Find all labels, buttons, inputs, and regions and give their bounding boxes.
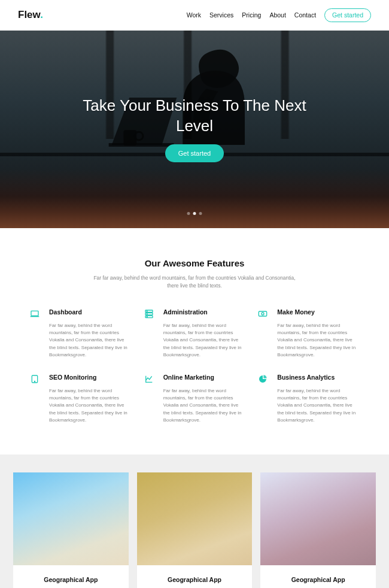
feature-administration: Administration Far far away, behind the … — [144, 308, 245, 359]
project-title: Geographical App — [144, 576, 245, 583]
project-title: Geographical App — [20, 576, 121, 583]
projects-section: Geographical App Web Application Geograp… — [0, 454, 389, 588]
feature-dashboard: Dashboard Far far away, behind the word … — [30, 308, 131, 359]
feature-desc: Far far away, behind the word mountains,… — [49, 322, 131, 359]
feature-desc: Far far away, behind the word mountains,… — [49, 387, 131, 425]
nav-link-services[interactable]: Services — [209, 11, 233, 19]
feature-desc: Far far away, behind the word mountains,… — [277, 322, 359, 359]
feature-desc: Far far away, behind the word mountains,… — [163, 322, 245, 359]
features-title: Our Awesome Features — [30, 258, 359, 268]
project-thumbnail — [137, 472, 253, 565]
feature-title: Business Analytics — [277, 374, 359, 381]
laptop-icon — [30, 309, 39, 319]
tablet-icon — [30, 374, 39, 384]
project-card-3[interactable]: Geographical App Branded — [260, 472, 376, 588]
brand-dot: . — [40, 9, 43, 20]
feature-desc: Far far away, behind the word mountains,… — [277, 387, 359, 425]
feature-title: Make Money — [277, 308, 359, 316]
carousel-dots — [187, 212, 202, 215]
project-card-1[interactable]: Geographical App Web Application — [13, 472, 129, 588]
brand-logo[interactable]: Flew. — [18, 9, 43, 21]
svg-point-14 — [34, 381, 35, 381]
feature-title: SEO Monitoring — [49, 374, 131, 381]
project-body: Geographical App User Interface — [137, 565, 253, 588]
project-card-2[interactable]: Geographical App User Interface — [137, 472, 253, 588]
nav-link-contact[interactable]: Contact — [294, 11, 316, 19]
hero: Take Your Business To The Next Level Get… — [0, 31, 389, 228]
nav-links: Work Services Pricing About Contact Get … — [187, 8, 371, 22]
nav-link-work[interactable]: Work — [187, 11, 201, 19]
carousel-dot-3[interactable] — [199, 212, 202, 215]
hero-title: Take Your Business To The Next Level — [75, 96, 314, 137]
money-icon — [258, 309, 268, 319]
feature-desc: Far far away, behind the word mountains,… — [163, 387, 245, 425]
feature-make-money: Make Money Far far away, behind the word… — [258, 308, 359, 359]
carousel-dot-1[interactable] — [187, 212, 190, 215]
pie-chart-icon — [258, 374, 268, 384]
feature-title: Administration — [163, 308, 245, 316]
svg-point-9 — [147, 313, 147, 314]
server-icon — [144, 309, 154, 319]
feature-seo: SEO Monitoring Far far away, behind the … — [30, 374, 131, 425]
chart-line-icon — [144, 374, 154, 384]
project-body: Geographical App Branded — [260, 565, 376, 588]
carousel-dot-2[interactable] — [193, 212, 196, 215]
nav-cta-button[interactable]: Get started — [324, 8, 371, 22]
svg-rect-4 — [31, 311, 38, 316]
project-body: Geographical App Web Application — [13, 565, 129, 588]
features-grid: Dashboard Far far away, behind the word … — [30, 308, 359, 425]
svg-point-8 — [147, 311, 147, 311]
features-sub: Far far away, behind the word mountains,… — [93, 274, 296, 290]
brand-name: Flew — [18, 9, 40, 20]
top-nav: Flew. Work Services Pricing About Contac… — [0, 0, 389, 31]
project-thumbnail — [260, 472, 376, 565]
feature-analytics: Business Analytics Far far away, behind … — [258, 374, 359, 425]
svg-rect-1 — [109, 143, 174, 147]
feature-marketing: Online Marketing Far far away, behind th… — [144, 374, 245, 425]
feature-title: Online Marketing — [163, 374, 245, 381]
project-title: Geographical App — [268, 576, 369, 583]
feature-title: Dashboard — [49, 308, 131, 316]
hero-cta-button[interactable]: Get started — [165, 144, 224, 162]
nav-link-pricing[interactable]: Pricing — [242, 11, 261, 19]
project-thumbnail — [13, 472, 129, 565]
features-section: Our Awesome Features Far far away, behin… — [0, 228, 389, 454]
svg-point-12 — [262, 313, 264, 315]
nav-link-about[interactable]: About — [269, 11, 285, 19]
svg-rect-11 — [259, 311, 267, 316]
svg-point-10 — [147, 316, 147, 317]
